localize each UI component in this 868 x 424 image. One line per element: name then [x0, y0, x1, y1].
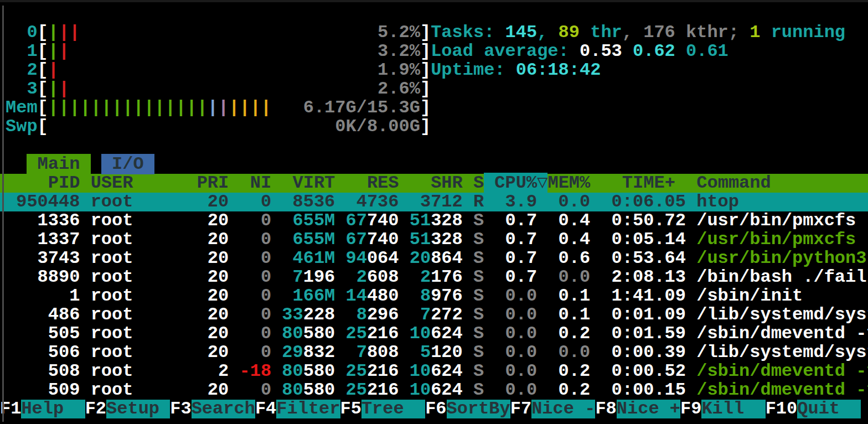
column-header-virt[interactable]: VIRT: [282, 173, 335, 193]
column-header-pri[interactable]: PRI: [197, 173, 229, 193]
cell-time: 0:06.05: [601, 192, 686, 212]
cpu-meter-0: 0[||| 5.2%]Tasks: 145, 89 thr, 176 kthr;…: [0, 23, 868, 42]
cell-mem: 0.2: [547, 323, 590, 344]
cell-user: root: [91, 361, 187, 381]
cell-pid: 508: [6, 361, 80, 381]
fkey-f6-sortby[interactable]: F6SortBy: [425, 400, 510, 418]
cell-cpu: 0.0: [494, 380, 537, 400]
cell-state: S: [473, 380, 484, 400]
process-row-selected[interactable]: 950448 root 20 0 8536 4736 3712 R 3.9 0.…: [0, 193, 868, 211]
meter-label: Swp: [6, 116, 38, 137]
cell-pid: 1336: [6, 210, 80, 231]
cell-state: S: [473, 361, 484, 381]
cell-pid: 1: [6, 286, 80, 306]
cell-command: /usr/bin/pmxcfs: [696, 210, 856, 231]
cell-shr: 10624: [410, 361, 463, 381]
swp-meter: Swp[ 0K/8.00G]: [0, 117, 868, 136]
cell-pri: 20: [197, 267, 229, 287]
process-row[interactable]: 1 root 20 0 166M 14480 8976 S 0.0 0.1 1:…: [0, 287, 868, 306]
fkey-f8-nice[interactable]: F8Nice +: [595, 400, 680, 418]
cell-pri: 20: [197, 192, 229, 212]
window-left-edge: [2, 6, 4, 422]
column-header-s[interactable]: S: [473, 173, 484, 193]
cell-cpu: 3.9: [494, 192, 537, 212]
meter-bar-tick: |: [122, 97, 133, 118]
process-row[interactable]: 505 root 20 0 80580 25216 10624 S 0.0 0.…: [0, 324, 868, 343]
column-header-pid[interactable]: PID: [6, 173, 80, 193]
cell-ni: 0: [239, 267, 271, 287]
cell-res: 25216: [346, 323, 399, 344]
cell-command: /sbin/init: [696, 286, 803, 306]
cell-cpu: 0.0: [494, 304, 537, 325]
cell-res: 4736: [346, 192, 399, 212]
fkey-f2-setup[interactable]: F2Setup: [85, 400, 170, 418]
load-average: Load average: 0.53 0.62 0.61: [431, 41, 728, 61]
meter-bar-tick: |: [197, 97, 208, 118]
fkey-f4-filter[interactable]: F4Filter: [255, 400, 340, 418]
cpu-meter-1: 1[|| 3.2%]Load average: 0.53 0.62 0.61: [0, 42, 868, 61]
meter-bar-tick: |: [59, 97, 69, 118]
process-row[interactable]: 8890 root 20 0 7196 2608 2176 S 0.7 0.0 …: [0, 268, 868, 287]
meter-bar-tick: |: [239, 97, 250, 118]
process-row[interactable]: 3743 root 20 0 461M 94064 20864 S 0.7 0.…: [0, 249, 868, 268]
meter-label: 1: [6, 41, 38, 61]
cell-user: root: [91, 380, 187, 400]
tab-bar: Main I/O: [0, 155, 868, 174]
process-row[interactable]: 508 root 2 -18 80580 25216 10624 S 0.0 0…: [0, 362, 868, 381]
fkey-f5-tree[interactable]: F5Tree: [340, 400, 426, 418]
column-header-res[interactable]: RES: [346, 173, 399, 193]
cell-user: root: [91, 323, 187, 344]
fkey-label: Search: [192, 400, 255, 418]
cell-pri: 20: [197, 304, 229, 325]
process-row[interactable]: 1337 root 20 0 655M 67740 51328 S 0.7 0.…: [0, 230, 868, 249]
process-row[interactable]: 1336 root 20 0 655M 67740 51328 S 0.7 0.…: [0, 211, 868, 230]
cell-virt: 80580: [282, 380, 335, 400]
column-header-shr[interactable]: SHR: [410, 173, 463, 193]
cell-time: 0:50.72: [601, 210, 686, 231]
meter-bar-tick: |: [218, 97, 229, 118]
tab-indent: [6, 154, 27, 174]
column-header-user[interactable]: USER: [91, 173, 187, 193]
column-header-time[interactable]: TIME+: [601, 173, 686, 193]
meter-bracket-close: ]: [420, 116, 431, 137]
process-table: PID USER PRI NI VIRT RES SHR S CPU%▽MEM%…: [0, 174, 868, 400]
fkey-f9-kill[interactable]: F9Kill: [680, 400, 766, 418]
fkey-f1-help[interactable]: F1Help: [0, 400, 85, 418]
process-row[interactable]: 506 root 20 0 29832 7808 5120 S 0.0 0.0 …: [0, 343, 868, 362]
cell-cpu: 0.0: [494, 361, 537, 381]
tab-io[interactable]: I/O: [101, 154, 154, 174]
cell-ni: 0: [239, 380, 271, 400]
meter-value: 3.2%: [378, 41, 420, 61]
column-header-cmd[interactable]: Command: [696, 173, 771, 193]
fkey-f10-quit[interactable]: F10Quit: [766, 400, 861, 418]
cell-time: 0:01.09: [601, 304, 686, 325]
sort-column-header-cpu[interactable]: CPU%▽: [484, 173, 547, 193]
column-header-ni[interactable]: NI: [239, 173, 271, 193]
column-header-mem[interactable]: MEM%: [547, 173, 590, 193]
process-row[interactable]: 486 root 20 0 33228 8296 7272 S 0.0 0.1 …: [0, 306, 868, 324]
cell-ni: 0: [239, 286, 271, 306]
fkey-label: Setup: [106, 400, 170, 418]
cell-cpu: 0.7: [494, 248, 537, 268]
fkey-f7-nice[interactable]: F7Nice -: [510, 400, 596, 418]
cell-command: /sbin/dmeventd -f: [696, 361, 868, 381]
cell-mem: 0.2: [547, 380, 590, 400]
tab-main[interactable]: Main: [27, 154, 90, 174]
blank-line: [0, 4, 868, 23]
meter-bracket-close: ]: [420, 79, 431, 99]
cell-mem: 0.1: [547, 286, 590, 306]
fkey-label: Filter: [276, 400, 340, 418]
meters-and-summary: 0[||| 5.2%]Tasks: 145, 89 thr, 176 kthr;…: [0, 4, 868, 155]
fkey-label: Kill: [701, 400, 765, 418]
cell-res: 67740: [346, 229, 399, 250]
cell-pri: 20: [197, 286, 229, 306]
meter-bars: |: [48, 60, 59, 80]
meter-value: 6.17G/15.3G: [303, 97, 420, 118]
process-row[interactable]: 509 root 20 0 80580 25216 10624 S 0.0 0.…: [0, 381, 868, 400]
cell-time: 1:41.09: [601, 286, 686, 306]
meter-bars: ||: [48, 41, 69, 61]
cell-pid: 1337: [6, 229, 80, 250]
fkey-f3-search[interactable]: F3Search: [170, 400, 255, 418]
meter-bars: ||: [48, 79, 69, 99]
function-key-bar: F1Help F2Setup F3SearchF4FilterF5Tree F6…: [0, 400, 868, 418]
